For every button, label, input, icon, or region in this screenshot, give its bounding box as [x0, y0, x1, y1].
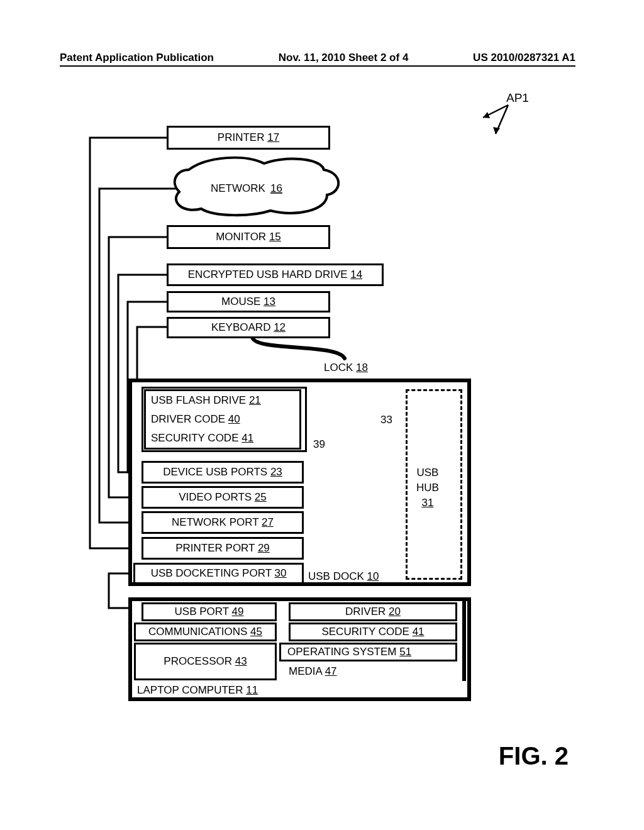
laptop-media-num: 47	[325, 665, 337, 677]
ref-39: 39	[313, 438, 325, 451]
laptop-sec-num: 41	[413, 626, 425, 638]
laptop-proc-name: PROCESSOR	[164, 655, 235, 667]
encrypted-num: 14	[350, 268, 362, 280]
monitor-num: 15	[269, 231, 281, 243]
laptop-os-num: 51	[399, 646, 411, 658]
usb-hub-label: USB HUB 31	[416, 465, 439, 510]
laptop-os-name: OPERATING SYSTEM	[287, 646, 399, 658]
usb-dock-num: 10	[367, 570, 379, 582]
video-ports-box: VIDEO PORTS 25	[142, 486, 304, 509]
network-port-box: NETWORK PORT 27	[142, 511, 304, 534]
laptop-usb-port: USB PORT 49	[142, 602, 277, 621]
monitor-name: MONITOR	[216, 231, 269, 243]
flash-title-num: 21	[249, 394, 261, 406]
encrypted-name: ENCRYPTED USB HARD DRIVE	[188, 268, 351, 280]
printer-port-num: 29	[258, 542, 270, 554]
keyboard-name: KEYBOARD	[211, 321, 274, 333]
flash-security-num: 41	[242, 432, 253, 444]
laptop-driver: DRIVER 20	[289, 602, 457, 621]
laptop-title: LAPTOP COMPUTER 11	[137, 684, 258, 697]
figure-label: FIG. 2	[499, 742, 569, 770]
video-ports-num: 25	[255, 491, 267, 503]
laptop-proc-num: 43	[235, 655, 247, 667]
laptop-sec-name: SECURITY CODE	[321, 626, 412, 638]
flash-driver-num: 40	[228, 413, 240, 425]
mouse-name: MOUSE	[221, 296, 264, 307]
device-ports-name: DEVICE USB PORTS	[163, 466, 270, 478]
mouse-num: 13	[264, 296, 275, 307]
laptop-usb-port-num: 49	[232, 606, 244, 617]
laptop-proc: PROCESSOR 43	[134, 643, 277, 680]
svg-text:NETWORK: NETWORK	[211, 182, 266, 194]
laptop-comms: COMMUNICATIONS 45	[134, 622, 277, 641]
docking-port-box: USB DOCKETING PORT 30	[133, 563, 304, 584]
laptop-comms-num: 45	[250, 626, 262, 638]
laptop-os: OPERATING SYSTEM 51	[279, 643, 457, 661]
lock-num: 18	[356, 362, 368, 374]
printer-name: PRINTER	[218, 131, 267, 143]
usb-dock-name: USB DOCK	[308, 570, 367, 582]
laptop-comms-name: COMMUNICATIONS	[148, 626, 250, 638]
docking-port-num: 30	[274, 567, 286, 579]
monitor-box: MONITOR 15	[167, 225, 330, 249]
laptop-right-accent	[462, 601, 466, 681]
usb-hub-line2: HUB	[416, 480, 439, 495]
lock-name: LOCK	[324, 362, 356, 374]
usb-hub-line1: USB	[416, 465, 439, 480]
laptop-driver-num: 20	[389, 606, 401, 617]
laptop-sec: SECURITY CODE 41	[289, 622, 457, 641]
flash-title-name: USB FLASH DRIVE	[151, 394, 249, 406]
printer-box: PRINTER 17	[167, 126, 330, 150]
laptop-media: MEDIA 47	[289, 665, 337, 678]
network-port-name: NETWORK PORT	[172, 516, 262, 528]
printer-port-name: PRINTER PORT	[175, 542, 258, 554]
laptop-usb-port-name: USB PORT	[175, 606, 232, 617]
printer-port-box: PRINTER PORT 29	[142, 537, 304, 560]
laptop-media-name: MEDIA	[289, 665, 325, 677]
device-ports-box: DEVICE USB PORTS 23	[142, 461, 304, 484]
laptop-title-name: LAPTOP COMPUTER	[137, 684, 246, 696]
ref-33: 33	[380, 414, 392, 426]
flash-driver-name: DRIVER CODE	[151, 413, 228, 425]
usb-hub-num: 31	[416, 495, 439, 511]
mouse-box: MOUSE 13	[167, 291, 330, 313]
keyboard-num: 12	[274, 321, 286, 333]
keyboard-box: KEYBOARD 12	[167, 317, 330, 338]
laptop-driver-name: DRIVER	[345, 606, 389, 617]
network-port-num: 27	[262, 516, 274, 528]
laptop-title-num: 11	[246, 684, 258, 696]
flash-security-name: SECURITY CODE	[151, 432, 242, 444]
printer-num: 17	[267, 131, 279, 143]
flash-inner: USB FLASH DRIVE 21 DRIVER CODE 40 SECURI…	[144, 389, 301, 450]
encrypted-hd-box: ENCRYPTED USB HARD DRIVE 14	[167, 263, 384, 286]
svg-text:16: 16	[270, 182, 282, 194]
usb-dock-label: USB DOCK 10	[308, 570, 379, 583]
video-ports-name: VIDEO PORTS	[179, 491, 255, 503]
docking-port-name: USB DOCKETING PORT	[151, 567, 275, 579]
device-ports-num: 23	[270, 466, 282, 478]
lock-label: LOCK 18	[324, 362, 368, 374]
